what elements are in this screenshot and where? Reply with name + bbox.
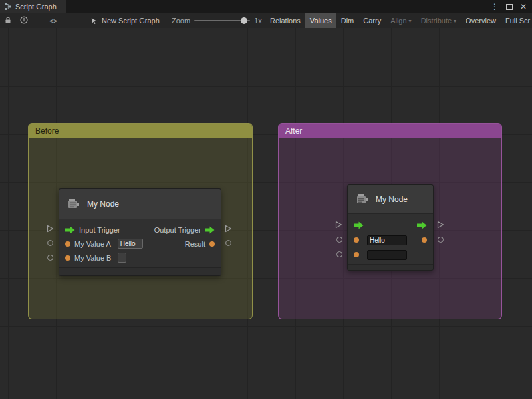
group-title: Before: [35, 126, 59, 136]
script-graph-icon: [4, 3, 12, 11]
value-input-port-icon[interactable]: [354, 237, 359, 243]
zoom-slider[interactable]: [194, 20, 250, 21]
graph-cursor-icon: [90, 17, 98, 25]
zoom-control: Zoom 1x: [172, 13, 262, 28]
chevron-down-icon: ▾: [454, 18, 456, 24]
value-port-stub-icon[interactable]: [225, 240, 231, 246]
port-label: My Value B: [74, 254, 111, 262]
flow-port-stub-icon[interactable]: [225, 225, 232, 233]
value-output-port-icon[interactable]: [422, 237, 427, 243]
node-title: My Node: [87, 200, 119, 209]
align-dropdown[interactable]: Align ▾: [386, 13, 416, 28]
tab-title: Script Graph: [15, 3, 57, 11]
group-after-header[interactable]: After: [279, 124, 501, 138]
group-before-header[interactable]: Before: [29, 124, 252, 138]
port-row: Input Trigger Output Trigger: [59, 223, 221, 237]
graph-toolbar: <> New Script Graph Zoom 1x Relations Va…: [0, 13, 532, 29]
graph-canvas[interactable]: Before After My Node: [0, 28, 532, 399]
info-icon[interactable]: [20, 16, 28, 25]
node-footer: [348, 264, 433, 270]
window-controls: ⋮ ✕: [491, 0, 532, 13]
dim-button[interactable]: Dim: [336, 13, 359, 28]
node-body: Input Trigger Output Trigger My Value A: [59, 219, 221, 267]
lock-icon[interactable]: [4, 16, 12, 25]
port-label: Result: [185, 240, 205, 248]
flow-port-stub-icon[interactable]: [335, 221, 342, 229]
overview-button[interactable]: Overview: [461, 13, 501, 28]
zoom-label: Zoom: [172, 17, 190, 25]
close-icon[interactable]: ✕: [520, 2, 527, 11]
unit-icon: [355, 192, 370, 207]
node-header[interactable]: My Node: [59, 189, 221, 219]
node-footer: [59, 267, 221, 275]
flow-output-port-icon[interactable]: [417, 221, 427, 229]
menu-icon[interactable]: ⋮: [491, 2, 499, 11]
flow-port-stub-icon[interactable]: [47, 225, 54, 233]
value-output-port-icon[interactable]: [209, 241, 215, 247]
port-row: My Value A Result: [59, 237, 221, 251]
tab-script-graph[interactable]: Script Graph: [0, 0, 66, 13]
flow-input-port-icon[interactable]: [354, 221, 364, 229]
toolbar-separator: [76, 15, 76, 27]
value-port-stub-icon[interactable]: [336, 251, 342, 257]
carry-button[interactable]: Carry: [358, 13, 386, 28]
flow-port-stub-icon[interactable]: [437, 221, 444, 229]
value-input-port-icon[interactable]: [65, 241, 70, 247]
toolbar-separator: [39, 15, 39, 27]
value-a-input[interactable]: [367, 235, 407, 245]
values-button[interactable]: Values: [305, 13, 336, 28]
port-label: Output Trigger: [154, 226, 201, 234]
graph-breadcrumb[interactable]: New Script Graph: [90, 13, 160, 28]
value-port-stub-icon[interactable]: [438, 237, 444, 243]
relations-button[interactable]: Relations: [265, 13, 305, 28]
tab-bar: Script Graph ⋮ ✕: [0, 0, 532, 13]
node-body: [348, 214, 433, 264]
node-my-node-before[interactable]: My Node Input Trigger Output Trigger: [59, 188, 221, 276]
port-row: [348, 233, 433, 247]
value-a-input[interactable]: [118, 239, 143, 249]
edit-source-icon[interactable]: <>: [49, 17, 57, 25]
zoom-slider-handle[interactable]: [241, 17, 247, 24]
value-b-input[interactable]: [118, 253, 126, 263]
unit-icon: [66, 197, 81, 211]
value-b-input[interactable]: [367, 250, 407, 260]
zoom-value: 1x: [254, 17, 262, 25]
port-row: [348, 247, 433, 262]
value-port-stub-icon[interactable]: [47, 255, 53, 261]
value-input-port-icon[interactable]: [65, 255, 70, 261]
value-port-stub-icon[interactable]: [47, 240, 53, 246]
port-label: Input Trigger: [79, 226, 120, 234]
flow-input-port-icon[interactable]: [65, 226, 75, 234]
restore-icon[interactable]: [506, 4, 513, 10]
port-row: [348, 218, 433, 233]
node-header[interactable]: My Node: [348, 185, 433, 214]
port-label: My Value A: [74, 240, 111, 248]
value-input-port-icon[interactable]: [354, 252, 359, 257]
group-title: After: [285, 126, 302, 136]
port-row: My Value B: [59, 251, 221, 265]
flow-output-port-icon[interactable]: [205, 226, 215, 234]
node-my-node-after[interactable]: My Node: [347, 184, 434, 271]
value-port-stub-icon[interactable]: [336, 237, 342, 243]
distribute-dropdown[interactable]: Distribute ▾: [416, 13, 461, 28]
graph-name-label: New Script Graph: [102, 17, 160, 25]
unity-script-graph-window: Script Graph ⋮ ✕: [0, 0, 532, 399]
chevron-down-icon: ▾: [409, 18, 412, 24]
fullscreen-button[interactable]: Full Scr: [501, 13, 532, 28]
node-title: My Node: [376, 195, 408, 204]
